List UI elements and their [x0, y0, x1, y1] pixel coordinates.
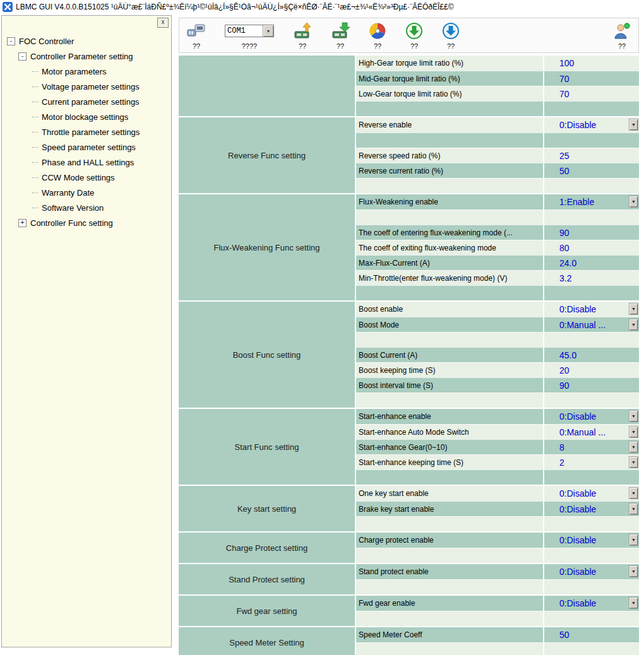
collapse-icon[interactable]: - — [7, 37, 15, 45]
tree-connector — [32, 86, 39, 87]
tree-item-motor-parameters[interactable]: Motor parameters — [3, 64, 170, 79]
tree-item-label: Speed parameter settings — [42, 143, 136, 152]
param-value-cell[interactable]: 50 — [543, 627, 639, 642]
dropdown-button[interactable]: ▼ — [629, 565, 638, 577]
tree-item-ccw-mode-settings[interactable]: CCW Mode settings — [3, 170, 170, 185]
param-value-cell[interactable]: 0:Disable▼ — [543, 486, 639, 501]
dropdown-button[interactable]: ▼ — [629, 119, 638, 131]
tree-item-speed-parameter-settings[interactable]: Speed parameter settings — [3, 139, 170, 155]
user-button[interactable]: ?? — [613, 20, 631, 51]
tree-item-software-version[interactable]: Software Version — [3, 200, 170, 215]
read-button[interactable]: ?? — [293, 20, 312, 51]
spacer-row — [355, 548, 639, 563]
group-label: Boost Func setting — [233, 350, 301, 360]
param-value-cell[interactable]: 0:Manual ...▼ — [543, 425, 639, 439]
expand-icon[interactable]: + — [18, 219, 27, 227]
param-value-cell[interactable]: 0:Disable▼ — [543, 117, 639, 133]
param-value-cell[interactable]: 90 — [543, 225, 639, 240]
param-value-cell[interactable]: 3.2 — [543, 271, 639, 285]
dropdown-button[interactable]: ▼ — [629, 597, 638, 609]
param-value-cell[interactable]: 80 — [543, 240, 639, 255]
dropdown-button[interactable]: ▼ — [629, 410, 638, 422]
group-block-charge-protect-setting: Charge Protect settingCharge protect ena… — [179, 533, 639, 564]
dropdown-button[interactable]: ▼ — [629, 456, 638, 468]
param-value-cell[interactable]: 0:Disable▼ — [543, 502, 639, 516]
param-value-cell[interactable]: 0:Disable▼ — [543, 533, 639, 548]
dropdown-button[interactable]: ▼ — [629, 503, 638, 515]
connect-button[interactable]: ?? — [187, 20, 206, 51]
dropdown-button[interactable]: ▼ — [629, 426, 638, 438]
sidebar-close-button[interactable]: x — [157, 18, 169, 28]
spacer-row — [355, 469, 639, 485]
download-button[interactable]: ?? — [405, 20, 423, 51]
param-value-cell[interactable]: 50 — [543, 163, 639, 178]
param-value-cell[interactable]: 100 — [543, 56, 639, 71]
param-row-the-coeff-of-exiting-flux-weakening-mode: The coeff of exiting flux-weakening mode… — [355, 240, 639, 255]
write-button[interactable]: ?? — [331, 20, 350, 51]
tree-item-controller-parameter-setting[interactable]: -Controller Parameter setting — [3, 49, 170, 64]
tree-item-current-parameter-settings[interactable]: Current parameter settings — [3, 94, 170, 109]
group-cell-start-func-setting: Start Func setting — [179, 409, 355, 485]
param-value-cell[interactable]: 0:Disable▼ — [543, 302, 639, 317]
user-icon — [613, 21, 631, 40]
group-block-stand-protect-setting: Stand Protect settingStand protect enabl… — [179, 564, 639, 596]
group-block-blank: High-Gear torque limit ratio (%)100Mid-G… — [179, 56, 639, 117]
spacer-cell — [355, 548, 543, 563]
param-row-mid-gear-torque-limit-ratio: Mid-Gear torque limit ratio (%)70 — [355, 71, 639, 86]
group-block-boost-func-setting: Boost Func settingBoost enable0:Disable▼… — [179, 302, 639, 409]
com-port-select[interactable]: COM1▼ — [225, 25, 274, 37]
write-icon — [331, 21, 350, 40]
group-rows: Speed Meter Coeff50 — [355, 627, 639, 655]
app-window: LBMC GUI V4.0.0.B151025 ¹úÄÚ°æ£¨ÌáÐÑ£º±¾… — [0, 0, 644, 655]
com-port-dropdown-icon[interactable]: ▼ — [263, 25, 273, 37]
spacer-cell — [543, 210, 639, 225]
parameter-table: High-Gear torque limit ratio (%)100Mid-G… — [179, 56, 639, 655]
param-label: Start-enhance Auto Mode Switch — [355, 425, 543, 439]
tree-item-throttle-parameter-settings[interactable]: Throttle parameter settings — [3, 124, 170, 139]
param-row-brake-key-start-enable: Brake key start enable0:Disable▼ — [355, 501, 639, 516]
dropdown-button[interactable]: ▼ — [629, 487, 638, 499]
spacer-cell — [355, 179, 543, 193]
param-value-cell[interactable]: 90 — [543, 378, 639, 392]
update-button[interactable]: ?? — [442, 20, 460, 51]
dropdown-button[interactable]: ▼ — [629, 319, 638, 331]
group-block-start-func-setting: Start Func settingStart-enhance enable0:… — [179, 409, 639, 486]
param-row-reverse-current-ratio: Reverse current ratio (%)50 — [355, 163, 639, 178]
param-value-cell[interactable]: 24.0 — [543, 256, 639, 270]
param-value-cell[interactable]: 25 — [543, 148, 639, 163]
tree-item-motor-blockage-settings[interactable]: Motor blockage settings — [3, 109, 170, 124]
tree-item-controller-func-setting[interactable]: +Controller Func setting — [3, 215, 170, 230]
param-value-cell[interactable]: 45.0 — [543, 348, 639, 362]
param-label: Boost enable — [355, 302, 543, 317]
spacer-cell — [355, 580, 543, 594]
param-value-cell[interactable]: 70 — [543, 71, 639, 86]
param-value-cell[interactable]: 0:Manual ...▼ — [543, 317, 639, 332]
param-value-cell[interactable]: 20 — [543, 363, 639, 377]
param-value-cell[interactable]: 0:Disable▼ — [543, 409, 639, 424]
group-rows: One key start enable0:Disable▼Brake key … — [355, 486, 639, 531]
tree-item-phase-and-hall-settings[interactable]: Phase and HALL settings — [3, 155, 170, 170]
param-value-cell[interactable]: 70 — [543, 86, 639, 101]
spacer-cell — [355, 643, 543, 655]
param-value: 0:Manual ... — [559, 320, 605, 330]
collapse-icon[interactable]: - — [18, 52, 27, 61]
param-value-cell[interactable]: 0:Disable▼ — [543, 596, 639, 611]
tree-item-warranty-date[interactable]: Warranty Date — [3, 185, 170, 200]
param-row-low-gear-torque-limit-ratio: Low-Gear torque limit ratio (%)70 — [355, 86, 639, 101]
dropdown-button[interactable]: ▼ — [629, 441, 638, 453]
group-rows: High-Gear torque limit ratio (%)100Mid-G… — [355, 56, 639, 116]
group-cell-flux-weakening-func-setting: Flux-Weakening Func setting — [179, 194, 355, 300]
param-value-cell[interactable]: 1:Enable▼ — [543, 194, 639, 209]
dropdown-button[interactable]: ▼ — [629, 534, 638, 546]
param-value-cell[interactable]: 0:Disable▼ — [543, 564, 639, 579]
tree-item-voltage-parameter-settings[interactable]: Voltage parameter settings — [3, 79, 170, 94]
group-rows: Reverse enable0:Disable▼Reverse speed ra… — [355, 117, 639, 193]
toolbar-item-label: ?? — [193, 42, 200, 50]
dropdown-button[interactable]: ▼ — [629, 303, 638, 315]
param-value-cell[interactable]: 8▼ — [543, 440, 639, 454]
spacer-cell — [355, 611, 543, 626]
browse-button[interactable]: ?? — [369, 20, 386, 51]
tree-item-foc-controller[interactable]: -FOC Controller — [3, 33, 170, 49]
dropdown-button[interactable]: ▼ — [629, 196, 638, 208]
param-value-cell[interactable]: 2▼ — [543, 455, 639, 469]
